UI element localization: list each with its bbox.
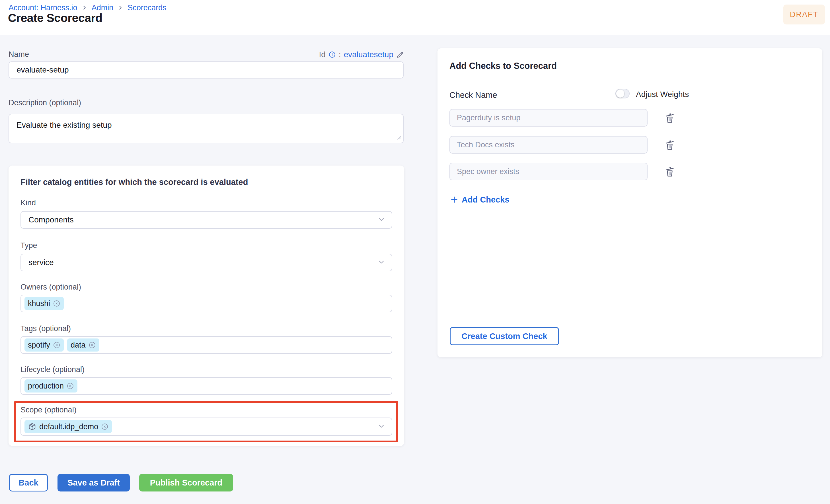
check-input-row: [449, 163, 647, 180]
chevron-right-icon: [82, 5, 88, 11]
breadcrumb-admin-link[interactable]: Admin: [92, 3, 114, 12]
resize-handle-icon[interactable]: [397, 135, 401, 141]
description-textarea[interactable]: Evaluate the existing setup: [9, 114, 403, 143]
trash-icon: [664, 111, 676, 125]
add-checks-label: Add Checks: [462, 195, 510, 204]
id-row: Id : evaluatesetup: [319, 49, 405, 60]
add-checks-title: Add Checks to Scorecard: [449, 61, 557, 71]
trash-icon: [664, 165, 676, 178]
adjust-weights-toggle[interactable]: [615, 89, 630, 98]
tags-label: Tags (optional): [21, 324, 71, 333]
delete-check-button[interactable]: [663, 110, 676, 125]
remove-chip-icon[interactable]: [101, 423, 108, 430]
type-label: Type: [21, 241, 37, 250]
remove-chip-icon[interactable]: [53, 341, 60, 349]
name-input[interactable]: [9, 62, 403, 78]
tag-chip-label: data: [71, 341, 86, 349]
lifecycle-chip-label: production: [28, 382, 64, 391]
tag-chip-label: spotify: [28, 341, 50, 349]
breadcrumb-account-link[interactable]: Account: Harness.io: [8, 3, 77, 12]
tag-chip: spotify: [25, 338, 64, 351]
kind-value: Components: [28, 215, 74, 225]
breadcrumb-scorecards-link[interactable]: Scorecards: [128, 3, 166, 12]
type-value: service: [28, 258, 54, 267]
add-checks-link[interactable]: Add Checks: [450, 194, 510, 205]
owner-chip-label: khushi: [28, 299, 50, 308]
cube-icon: [28, 423, 36, 431]
back-button[interactable]: Back: [9, 474, 48, 492]
type-select[interactable]: service: [21, 254, 392, 271]
delete-check-button[interactable]: [663, 164, 676, 179]
filter-title: Filter catalog entities for which the sc…: [21, 177, 248, 187]
owner-chip: khushi: [25, 297, 64, 310]
scope-chip: default.idp_demo: [25, 420, 112, 433]
description-label: Description (optional): [8, 98, 81, 107]
scope-select[interactable]: default.idp_demo: [21, 417, 392, 436]
filter-card: Filter catalog entities for which the sc…: [8, 166, 404, 446]
lifecycle-field[interactable]: production: [21, 377, 392, 395]
chevron-down-icon: [377, 215, 385, 225]
owners-field[interactable]: khushi: [21, 295, 392, 312]
id-value: evaluatesetup: [344, 50, 393, 59]
tag-chip: data: [67, 338, 99, 351]
kind-select[interactable]: Components: [21, 211, 392, 229]
kind-label: Kind: [21, 199, 36, 207]
check-name-column-label: Check Name: [449, 91, 497, 100]
check-name-input[interactable]: [450, 163, 647, 180]
page-title: Create Scorecard: [8, 11, 102, 25]
breadcrumb: Account: Harness.io Admin Scorecards: [8, 3, 166, 12]
plus-icon: [450, 196, 458, 204]
tags-field[interactable]: spotify data: [21, 336, 392, 354]
edit-pencil-icon[interactable]: [396, 51, 404, 59]
status-badge: DRAFT: [783, 5, 825, 25]
chevron-right-icon: [117, 5, 124, 11]
id-separator: :: [339, 50, 341, 59]
check-input-row: [449, 109, 647, 127]
check-name-input[interactable]: [450, 109, 647, 126]
adjust-weights-label: Adjust Weights: [636, 90, 689, 99]
owners-label: Owners (optional): [21, 283, 81, 292]
save-as-draft-button[interactable]: Save as Draft: [58, 474, 130, 492]
check-input-row: [449, 136, 647, 154]
remove-chip-icon[interactable]: [89, 341, 96, 349]
chevron-down-icon: [377, 422, 385, 431]
create-scorecard-page: Account: Harness.io Admin Scorecards Cre…: [0, 0, 830, 504]
name-label: Name: [8, 50, 29, 59]
scope-label: Scope (optional): [21, 406, 76, 414]
page-header: Account: Harness.io Admin Scorecards Cre…: [0, 0, 830, 35]
remove-chip-icon[interactable]: [67, 382, 74, 390]
create-custom-check-button[interactable]: Create Custom Check: [450, 327, 559, 345]
add-checks-card: Add Checks to Scorecard Check Name Adjus…: [438, 48, 822, 357]
remove-chip-icon[interactable]: [53, 300, 60, 307]
toggle-knob: [616, 90, 624, 98]
delete-check-button[interactable]: [663, 137, 676, 152]
publish-scorecard-button[interactable]: Publish Scorecard: [139, 474, 233, 492]
description-box: Evaluate the existing setup: [8, 114, 404, 143]
lifecycle-label: Lifecycle (optional): [21, 365, 85, 374]
check-name-input[interactable]: [450, 137, 647, 153]
lifecycle-chip: production: [25, 379, 77, 393]
name-input-wrap: [8, 61, 404, 78]
chevron-down-icon: [377, 258, 385, 267]
info-icon[interactable]: [328, 51, 336, 58]
trash-icon: [664, 138, 676, 152]
id-label: Id: [319, 50, 326, 59]
scope-chip-label: default.idp_demo: [39, 423, 98, 431]
